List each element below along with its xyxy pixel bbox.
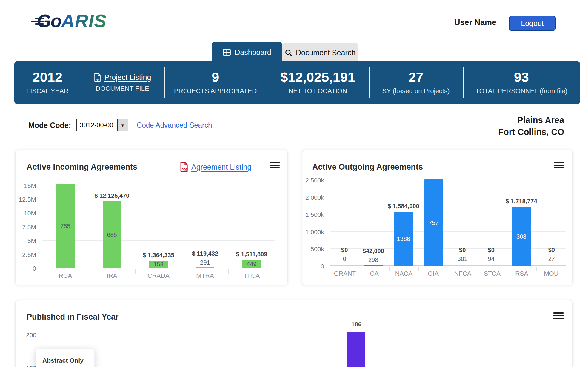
stat-value: 2012	[33, 70, 62, 85]
bar-tfca[interactable]: 449	[242, 260, 261, 268]
incoming-agreements-card: Active Incoming Agreements PDF Agreement…	[15, 150, 288, 285]
outgoing-agreements-card: Active Outgoing Agreements 2 500k2 000k1…	[302, 150, 573, 285]
bar-amount-label: $ 1,718,774	[506, 198, 537, 205]
bar-count-label: 755	[56, 222, 75, 229]
bar-column-tfca: $ 1,511,809449	[228, 159, 275, 268]
mode-code-select[interactable]: 3012-00-00 ▼	[76, 119, 128, 131]
bar-amount-label: $ 119,432	[192, 250, 218, 257]
y-axis-label: 0	[321, 263, 324, 270]
bar-count-label: 27	[548, 256, 555, 262]
bar-oia[interactable]: 757	[424, 179, 443, 266]
chart-menu-icon[interactable]	[553, 312, 564, 319]
tab-dashboard[interactable]: Dashboard	[212, 42, 282, 63]
y-axis-label: 2 500k	[305, 177, 324, 184]
stat-label: FISCAL YEAR	[26, 87, 69, 95]
bar-count-label: 298	[368, 257, 378, 263]
bar-column-ira: $ 12,125,470685	[89, 159, 135, 268]
x-axis-label: NFCA	[448, 267, 478, 276]
stat-value: $12,025,191	[281, 70, 355, 85]
y-axis-label: 2.5M	[22, 251, 36, 258]
incoming-agreements-chart: 15M12.5M10M7.5M5M2.5M0755$ 12,125,470685…	[16, 159, 287, 278]
bar-ca[interactable]	[364, 265, 383, 266]
logo-text-go: Go	[37, 10, 61, 31]
bar-count-label: 1386	[394, 235, 413, 242]
bar-amount-label: $ 1,511,809	[236, 251, 267, 258]
tooltip-title: Abstract Only	[42, 357, 88, 364]
project-listing-link[interactable]: PDF Project Listing	[93, 73, 151, 82]
bar-column-oia: 757	[419, 156, 448, 266]
stat-value: 9	[212, 70, 219, 85]
mode-code-label: Mode Code:	[28, 121, 71, 130]
chart-tooltip: Abstract Only Count: 36	[36, 349, 95, 367]
code-advanced-search-link[interactable]: Code Advanced Search	[137, 121, 212, 129]
bar-rsa[interactable]: 303	[512, 207, 531, 266]
x-axis-label: GRANT	[330, 267, 360, 276]
published-fiscal-year-card: Published in Fiscal Year 200100186 Abstr…	[15, 300, 573, 367]
x-axis-label: CRADA	[135, 269, 182, 278]
tab-document-search[interactable]: Document Search	[282, 43, 358, 62]
tab-dashboard-label: Dashboard	[235, 48, 271, 57]
bar-count-label: 94	[488, 256, 495, 262]
bar-amount-label: $ 1,364,335	[143, 252, 174, 259]
bar-column-ca: $42,000298	[359, 156, 387, 266]
bar-ira[interactable]: 685	[103, 201, 121, 268]
bar-count-label: 158	[149, 261, 168, 268]
y-axis-label: 10M	[24, 210, 36, 216]
bar-count-label: 301	[458, 256, 467, 262]
bar-column-grant: $00	[330, 156, 359, 266]
stat-value: 27	[408, 70, 423, 85]
logout-button[interactable]: Logout	[509, 16, 556, 31]
x-axis-label: MOU	[536, 267, 566, 276]
bar-count-label: 0	[343, 256, 346, 262]
bar-column-stca: $094	[477, 156, 505, 266]
x-axis-label: RSA	[507, 267, 537, 276]
summary-stats-bar: 2012 FISCAL YEAR PDF Project Listing DOC…	[14, 61, 580, 104]
x-axis-label: CA	[360, 267, 389, 276]
x-axis-label: NACA	[389, 267, 419, 276]
stat-projects-appropriated: 9 PROJECTS APPROPIATED	[164, 61, 267, 104]
location-text: Plains Area Fort Collins, CO	[498, 114, 564, 138]
dashboard-grid-icon	[222, 48, 231, 57]
bar-column-mou: $027	[537, 156, 566, 266]
gridline	[41, 360, 568, 360]
y-axis-label: 200	[21, 331, 36, 339]
bar-column-rca: 755	[42, 159, 89, 268]
stat-sy: 27 SY (based on Projects)	[369, 61, 463, 104]
stat-label: TOTAL PERSONNEL (from file)	[475, 87, 567, 95]
stat-label: SY (based on Projects)	[382, 87, 450, 95]
bar-column-naca: $ 1,584,0001386	[388, 156, 419, 266]
bar-column-crada: $ 1,364,335158	[135, 159, 182, 268]
bar-column-rsa: $ 1,718,774303	[506, 156, 537, 266]
mode-code-value: 3012-00-00	[77, 119, 117, 131]
search-icon	[284, 49, 293, 57]
project-listing-label: Project Listing	[104, 73, 151, 82]
y-axis-label: 1 500k	[305, 211, 324, 218]
x-axis-label: RCA	[42, 269, 89, 278]
bar-count-label: 186	[347, 321, 365, 328]
bar-amount-label: $0	[548, 247, 555, 254]
stat-net-to-location: $12,025,191 NET TO LOCATION	[267, 61, 369, 104]
stat-label: DOCUMENT FILE	[96, 85, 149, 93]
y-axis-label: 0	[33, 265, 36, 272]
bar-naca[interactable]: 1386	[394, 212, 413, 266]
chevron-down-icon[interactable]: ▼	[117, 119, 128, 131]
y-axis-label: 100	[21, 365, 36, 367]
bar-mtra[interactable]	[196, 267, 214, 268]
bar-column-mtra: $ 119,432291	[182, 159, 228, 268]
bar-rca[interactable]: 755	[56, 184, 75, 268]
location-area: Plains Area	[498, 114, 564, 126]
published-chart: 200100186	[41, 328, 568, 367]
mode-code-bar: Mode Code: 3012-00-00 ▼ Code Advanced Se…	[28, 119, 212, 131]
goaris-logo: GoARIS	[31, 10, 107, 31]
y-axis-label: 2 000k	[305, 194, 324, 201]
bar-column-nfca: $0301	[448, 156, 477, 266]
bar-crada[interactable]: 158	[149, 261, 168, 268]
x-axis-label: IRA	[89, 269, 135, 278]
bar-amount-label: $0	[488, 247, 495, 254]
published-chart-title: Published in Fiscal Year	[27, 312, 119, 322]
x-axis-label: TFCA	[228, 269, 275, 278]
y-axis-label: 7.5M	[22, 224, 36, 231]
x-axis-label: STCA	[478, 267, 507, 276]
bar-published[interactable]	[347, 332, 365, 367]
bar-amount-label: $42,000	[363, 248, 384, 254]
